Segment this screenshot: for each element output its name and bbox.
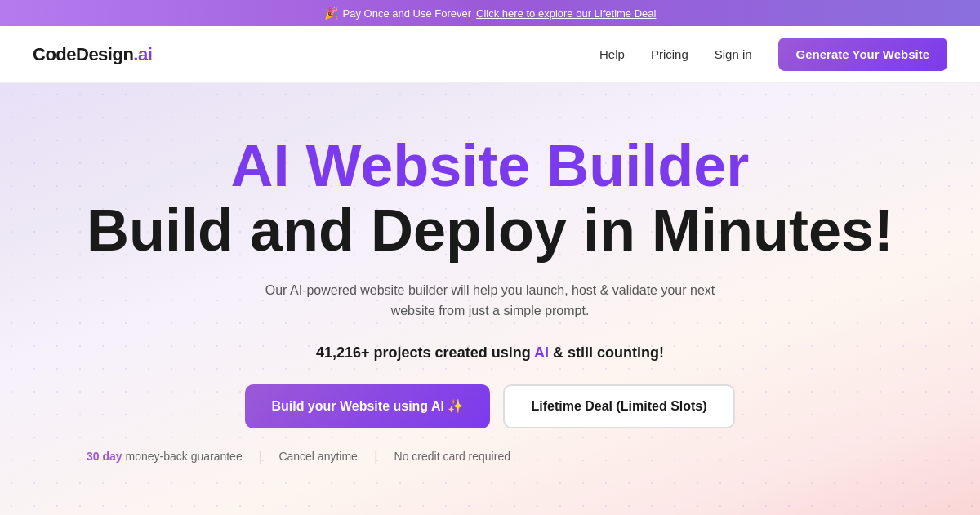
- nav-link-signin[interactable]: Sign in: [715, 47, 752, 61]
- top-banner: 🎉 Pay Once and Use Forever Click here to…: [0, 0, 980, 26]
- logo-ai-text: .ai: [133, 44, 152, 64]
- banner-text: Pay Once and Use Forever: [343, 7, 472, 20]
- hero-guarantees: 30 day money-back guarantee | Cancel any…: [87, 448, 893, 465]
- guarantee-money-back: 30 day money-back guarantee: [87, 450, 259, 463]
- nav-link-help[interactable]: Help: [599, 47, 625, 61]
- banner-emoji: 🎉: [324, 7, 338, 20]
- build-website-button[interactable]: Build your Website using AI ✨: [245, 384, 490, 428]
- hero-stats-suffix: & still counting!: [549, 344, 664, 361]
- banner-link[interactable]: Click here to explore our Lifetime Deal: [476, 7, 656, 20]
- hero-title-main: Build and Deploy in Minutes!: [87, 198, 893, 263]
- hero-stats-prefix: 41,216+ projects created using: [316, 344, 534, 361]
- guarantee-cancel: Cancel anytime: [262, 450, 374, 463]
- hero-buttons: Build your Website using AI ✨ Lifetime D…: [87, 384, 893, 428]
- lifetime-deal-button[interactable]: Lifetime Deal (Limited Slots): [503, 384, 734, 428]
- navbar: CodeDesign.ai Help Pricing Sign in Gener…: [0, 26, 980, 83]
- hero-stats-ai: AI: [534, 344, 549, 361]
- nav-links: Help Pricing Sign in Generate Your Websi…: [599, 38, 947, 71]
- hero-section: AI Website Builder Build and Deploy in M…: [0, 83, 980, 515]
- guarantee-days: 30 day: [87, 450, 122, 463]
- nav-link-pricing[interactable]: Pricing: [651, 47, 688, 61]
- nav-cta-button[interactable]: Generate Your Website: [778, 38, 947, 71]
- logo[interactable]: CodeDesign.ai: [33, 44, 152, 65]
- hero-content: AI Website Builder Build and Deploy in M…: [87, 134, 893, 465]
- guarantee-no-cc: No credit card required: [378, 450, 510, 463]
- hero-stats: 41,216+ projects created using AI & stil…: [87, 344, 893, 362]
- hero-subtitle: Our AI-powered website builder will help…: [253, 280, 727, 322]
- hero-title-ai: AI Website Builder: [87, 134, 893, 198]
- logo-main-text: CodeDesign: [33, 44, 133, 64]
